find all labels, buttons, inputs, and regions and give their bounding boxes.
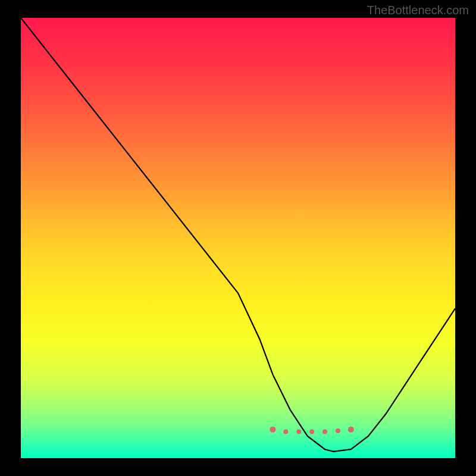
valley-marker-dot [309,430,314,434]
watermark-text: TheBottleneck.com [367,4,469,17]
valley-marker-dot [336,428,340,433]
valley-marker-dot [296,430,301,434]
valley-marker-dot [283,430,288,434]
valley-marker-dot [270,427,275,433]
chart-svg [21,18,455,458]
valley-marker-dot [348,427,354,433]
valley-marker-dot [322,430,327,434]
bottleneck-curve-path [21,18,455,452]
valley-markers-group [270,427,353,434]
chart-container [21,18,455,458]
